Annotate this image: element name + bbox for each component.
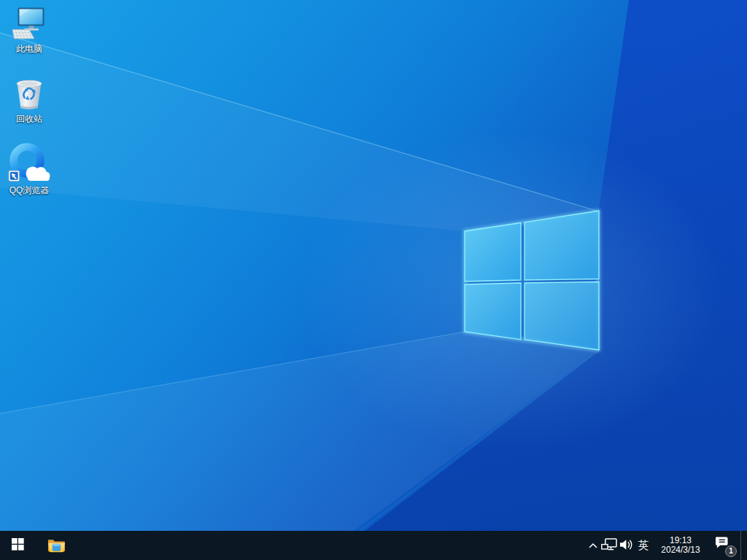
- start-button[interactable]: [0, 531, 35, 560]
- windows-logo-icon: [12, 538, 24, 553]
- recycle-bin-icon: [12, 76, 47, 112]
- wallpaper: [0, 0, 747, 560]
- volume-button[interactable]: [618, 531, 634, 560]
- desktop-icon-qq-browser[interactable]: QQ浏览器: [1, 143, 57, 195]
- ethernet-network-icon: [601, 538, 617, 553]
- desktop-icon-recycle-bin[interactable]: 回收站: [1, 76, 57, 124]
- notification-badge: 1: [725, 545, 737, 557]
- tray-expand-button[interactable]: [586, 531, 600, 560]
- this-pc-icon: [12, 6, 47, 42]
- input-method-button[interactable]: 英: [634, 531, 653, 560]
- desktop-icon-label: 此电脑: [16, 44, 42, 54]
- action-center-button[interactable]: 1: [708, 531, 740, 560]
- shortcut-arrow-overlay: [9, 171, 20, 182]
- desktop-icon-this-pc[interactable]: 此电脑: [1, 6, 57, 54]
- system-tray: 英 19:13 2024/3/13 1: [586, 531, 747, 560]
- chevron-up-icon: [588, 540, 598, 551]
- network-button[interactable]: [600, 531, 618, 560]
- input-method-indicator: 英: [638, 539, 649, 553]
- file-explorer-button[interactable]: [39, 531, 74, 560]
- clock-date: 2024/3/13: [661, 545, 700, 555]
- qq-browser-icon: [8, 143, 50, 184]
- taskbar: 英 19:13 2024/3/13 1: [0, 531, 747, 560]
- show-desktop-button[interactable]: [740, 531, 747, 560]
- folder-icon: [47, 537, 66, 555]
- speaker-volume-icon: [619, 539, 633, 553]
- windows-desktop: 此电脑: [0, 0, 747, 560]
- desktop-icon-label: 回收站: [16, 114, 42, 124]
- desktop-icon-label: QQ浏览器: [9, 186, 50, 195]
- clock-button[interactable]: 19:13 2024/3/13: [653, 531, 708, 560]
